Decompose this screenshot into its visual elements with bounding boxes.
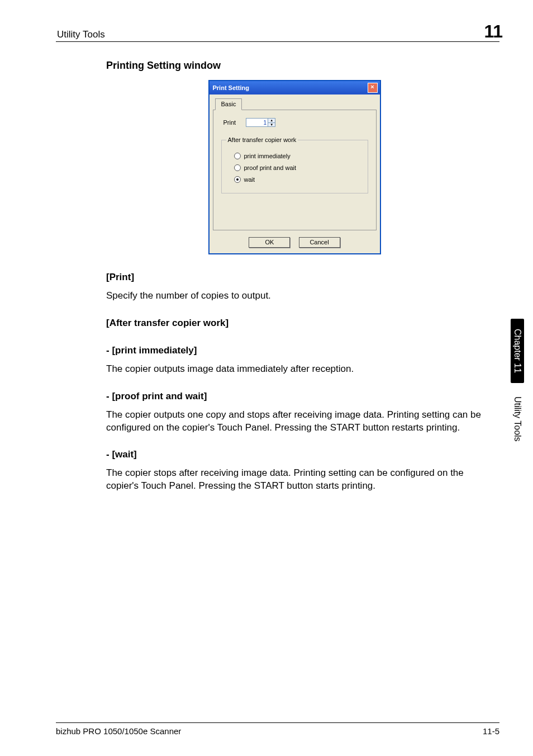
header-section-title: Utility Tools — [56, 29, 105, 40]
side-tab-chapter: Chapter 11 — [511, 319, 524, 383]
heading-print: [Print] — [106, 271, 483, 284]
chapter-number-mark: 11 — [484, 22, 502, 40]
cancel-button[interactable]: Cancel — [299, 237, 340, 248]
spinner-down-icon[interactable]: ▼ — [268, 123, 275, 127]
radio-label: print immediately — [244, 152, 291, 160]
print-copies-input[interactable] — [246, 118, 268, 127]
radio-icon[interactable] — [234, 176, 241, 183]
footer-right: 11-5 — [483, 726, 499, 736]
after-transfer-legend: After transfer copier work — [226, 136, 298, 144]
dialog-button-row: OK Cancel — [213, 237, 377, 248]
tab-basic[interactable]: Basic — [215, 98, 242, 110]
radio-icon[interactable] — [234, 153, 241, 159]
print-label: Print — [223, 119, 236, 127]
side-tab-section: Utility Tools — [511, 386, 524, 452]
radio-label: wait — [244, 176, 255, 184]
dialog-title: Print Setting — [213, 84, 249, 92]
heading-print-immediately: - [print immediately] — [106, 344, 483, 357]
radio-icon[interactable] — [234, 164, 241, 171]
ok-button[interactable]: OK — [249, 237, 290, 248]
text-print-immediately: The copier outputs image data immediatel… — [106, 363, 483, 376]
radio-wait[interactable]: wait — [234, 176, 361, 184]
heading-wait: - [wait] — [106, 448, 483, 461]
after-transfer-group: After transfer copier work print immedia… — [221, 136, 368, 193]
print-copies-row: Print ▲ ▼ — [223, 118, 369, 127]
print-copies-stepper[interactable]: ▲ ▼ — [246, 118, 277, 127]
radio-label: proof print and wait — [244, 164, 297, 172]
print-setting-dialog: Print Setting × Basic Print ▲ ▼ — [208, 80, 381, 254]
dialog-body: Basic Print ▲ ▼ After — [210, 94, 380, 253]
spinner-buttons: ▲ ▼ — [268, 118, 275, 127]
tab-panel: Print ▲ ▼ After transfer copier work — [213, 110, 377, 230]
text-proof-print: The copier outputs one copy and stops af… — [106, 409, 483, 434]
text-print: Specify the number of copies to output. — [106, 290, 483, 303]
tab-strip: Basic — [213, 98, 377, 110]
spinner-up-icon[interactable]: ▲ — [268, 119, 275, 123]
radio-print-immediately[interactable]: print immediately — [234, 152, 361, 160]
radio-proof-print-wait[interactable]: proof print and wait — [234, 164, 361, 172]
text-wait: The copier stops after receiving image d… — [106, 467, 483, 493]
footer-left: bizhub PRO 1050/1050e Scanner — [56, 726, 181, 736]
section-title: Printing Setting window — [106, 59, 483, 72]
page-footer: bizhub PRO 1050/1050e Scanner 11-5 — [56, 722, 499, 736]
close-icon[interactable]: × — [368, 83, 378, 93]
main-content: Printing Setting window Print Setting × … — [106, 59, 483, 493]
heading-after-transfer: [After transfer copier work] — [106, 317, 483, 330]
side-tabs: Chapter 11 Utility Tools — [511, 319, 524, 452]
dialog-titlebar[interactable]: Print Setting × — [210, 81, 380, 94]
page-header: Utility Tools 11 — [56, 22, 499, 42]
heading-proof-print: - [proof print and wait] — [106, 390, 483, 403]
